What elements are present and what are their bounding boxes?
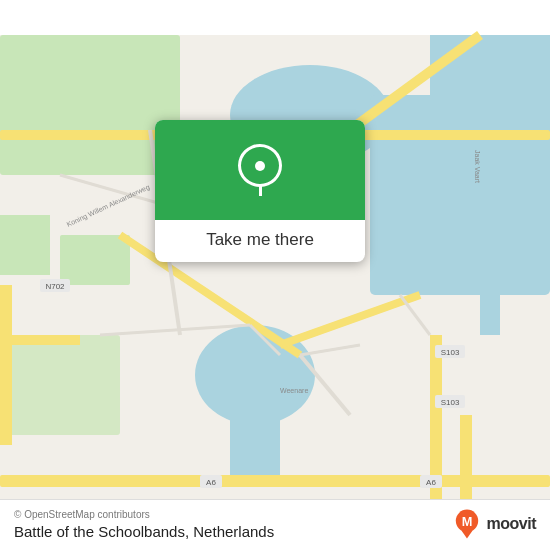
map-container: N702 N702 S103 S103 A6 A6 Koning Willem … <box>0 0 550 550</box>
svg-text:S103: S103 <box>441 398 460 407</box>
svg-rect-8 <box>0 335 120 435</box>
moovit-text: moovit <box>487 515 536 533</box>
popup-top <box>155 120 365 220</box>
svg-rect-10 <box>0 215 50 275</box>
pin-tail <box>259 186 262 196</box>
svg-rect-9 <box>60 235 130 285</box>
svg-rect-2 <box>230 405 280 485</box>
take-me-there-button[interactable]: Take me there <box>206 230 314 250</box>
svg-marker-46 <box>461 530 472 538</box>
svg-text:Weenare: Weenare <box>280 387 308 394</box>
svg-text:A6: A6 <box>426 478 436 487</box>
osm-attribution: © OpenStreetMap contributors <box>14 509 274 520</box>
svg-text:Jaak Vaart: Jaak Vaart <box>474 150 481 183</box>
svg-text:A6: A6 <box>206 478 216 487</box>
pin-circle <box>238 144 282 187</box>
svg-rect-6 <box>480 35 500 335</box>
popup-card: Take me there <box>155 120 365 262</box>
map-background: N702 N702 S103 S103 A6 A6 Koning Willem … <box>0 0 550 550</box>
bottom-bar: © OpenStreetMap contributors Battle of t… <box>0 499 550 550</box>
svg-text:S103: S103 <box>441 348 460 357</box>
popup-bottom: Take me there <box>155 220 365 262</box>
location-pin <box>238 144 282 196</box>
moovit-icon: M <box>451 508 483 540</box>
svg-text:M: M <box>461 514 472 529</box>
svg-rect-17 <box>0 285 12 445</box>
svg-text:N702: N702 <box>45 282 65 291</box>
moovit-logo: M moovit <box>451 508 536 540</box>
location-name: Battle of the Schoolbands, Netherlands <box>14 523 274 540</box>
pin-dot <box>255 161 265 171</box>
svg-rect-18 <box>0 335 80 345</box>
bottom-left: © OpenStreetMap contributors Battle of t… <box>14 509 274 540</box>
